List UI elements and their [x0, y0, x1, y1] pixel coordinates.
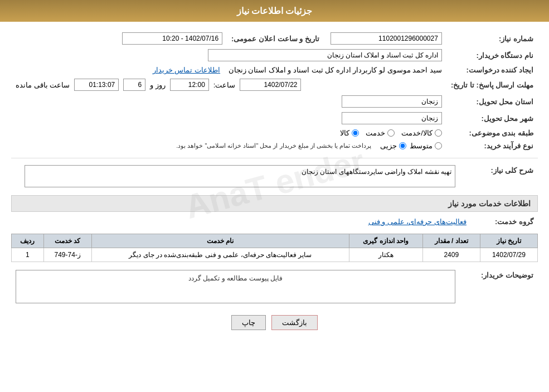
announcement-date-label: تاریخ و ساعت اعلان عمومی:: [227, 30, 324, 47]
services-section-header: اطلاعات خدمات مورد نیاز: [11, 195, 538, 212]
buyer-org-value: اداره کل ثبت اسناد و املاک استان زنجان: [208, 49, 442, 61]
col-row-num: ردیف: [12, 234, 44, 248]
category-kala-option[interactable]: کالا: [340, 129, 359, 137]
cell-service-code: ز-74-749: [43, 248, 91, 262]
services-table: تاریخ نیاز تعداد / مقدار واحد اندازه گیر…: [11, 234, 538, 262]
category-kala-radio[interactable]: [352, 129, 359, 137]
remaining-label: ساعت باقی مانده: [16, 81, 70, 89]
page-title: جزئیات اطلاعات نیاز: [0, 0, 549, 22]
deadline-time-label: ساعت:: [213, 81, 236, 89]
process-label: نوع فرآیند خرید:: [446, 139, 538, 152]
process-motavasset-option[interactable]: متوسط: [410, 142, 442, 150]
table-row: 1402/07/29 2409 هکتار سایر فعالیت‌های حر…: [12, 248, 538, 262]
contact-link[interactable]: اطلاعات تماس خریدار: [153, 66, 220, 74]
process-note: پرداخت تمام یا بخشی از مبلغ خریدار از مح…: [176, 142, 371, 149]
cell-service-name: سایر فعالیت‌های حرفه‌ای، علمی و فنی طبقه…: [91, 248, 349, 262]
category-kala-label: کالا: [340, 129, 349, 137]
col-date: تاریخ نیاز: [480, 234, 537, 248]
announcement-date-value: 1402/07/16 - 10:20: [122, 32, 222, 45]
col-service-code: کد خدمت: [43, 234, 91, 248]
process-jozi-radio[interactable]: [399, 142, 406, 149]
category-kala-khedmat-radio[interactable]: [435, 129, 442, 137]
need-number-value: 1102001296000027: [331, 32, 442, 45]
cell-unit: هکتار: [349, 248, 422, 262]
need-number-label: شماره نیاز:: [446, 30, 538, 47]
deadline-date: 1402/07/22: [240, 79, 301, 91]
city-value: زنجان: [342, 112, 442, 124]
deadline-days: 6: [123, 79, 145, 91]
deadline-time: 12:00: [170, 79, 209, 91]
col-service-name: نام خدمت: [91, 234, 349, 248]
process-motavasset-radio[interactable]: [435, 142, 442, 149]
process-motavasset-label: متوسط: [410, 142, 433, 150]
cell-row-num: 1: [12, 248, 44, 262]
creator-value: سید احمد موسوی لو کاربردار اداره کل ثبت …: [229, 66, 442, 74]
buyer-notes-label: توضیحات خریدار:: [460, 268, 538, 307]
category-kala-khedmat-label: کالا/خدمت: [401, 129, 433, 137]
buyer-notes-table: توضیحات خریدار: فایل پیوست مطالعه و تکمی…: [11, 268, 538, 307]
service-group-label: گروه خدمت:: [471, 215, 538, 228]
cell-quantity: 2409: [422, 248, 480, 262]
province-label: استان محل تحویل:: [446, 93, 538, 110]
need-desc-table: شرح کلی نیاز: تهیه نقشه املاک واراضی سای…: [11, 163, 538, 190]
service-group-value[interactable]: فعالیت‌های حرفه‌ای، علمی و فنی: [368, 217, 467, 226]
category-label: طبقه بندی موضوعی:: [446, 127, 538, 139]
back-button[interactable]: بازگشت: [271, 315, 318, 330]
buyer-org-label: نام دستگاه خریدار:: [446, 47, 538, 64]
col-unit: واحد اندازه گیری: [349, 234, 422, 248]
col-quantity: تعداد / مقدار: [422, 234, 480, 248]
print-button[interactable]: چاپ: [231, 315, 266, 330]
info-table: شماره نیاز: 1102001296000027 تاریخ و ساع…: [11, 30, 538, 152]
process-jozi-label: جزیی: [380, 142, 397, 150]
category-khedmat-option[interactable]: خدمت: [366, 129, 395, 137]
need-desc-label: شرح کلی نیاز:: [460, 163, 538, 190]
remaining-time: 01:13:07: [74, 79, 119, 91]
deadline-days-label: روز و: [150, 81, 166, 89]
buyer-notes-textarea[interactable]: [16, 270, 455, 303]
creator-label: ایجاد کننده درخواست:: [446, 64, 538, 76]
city-label: شهر محل تحویل:: [446, 110, 538, 127]
buttons-row: بازگشت چاپ: [11, 315, 538, 330]
cell-date: 1402/07/29: [480, 248, 537, 262]
process-jozi-option[interactable]: جزیی: [380, 142, 406, 150]
need-desc-value: تهیه نقشه املاک واراضی سایردستگاههای است…: [25, 165, 455, 187]
category-khedmat-label: خدمت: [366, 129, 385, 137]
province-value: زنجان: [342, 95, 442, 108]
service-group-table: گروه خدمت: فعالیت‌های حرفه‌ای، علمی و فن…: [11, 215, 538, 228]
category-khedmat-radio[interactable]: [387, 129, 395, 137]
category-kala-khedmat-option[interactable]: کالا/خدمت: [401, 129, 442, 137]
deadline-label: مهلت ارسال پاسخ: تا تاریخ:: [446, 76, 538, 93]
